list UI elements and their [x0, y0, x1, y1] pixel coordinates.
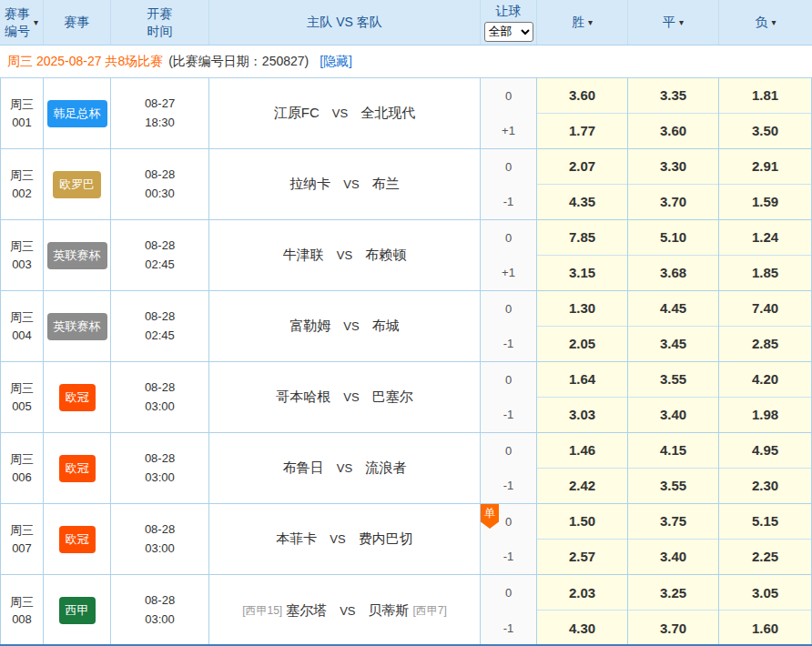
lose-odds-bottom[interactable]: 1.59: [719, 185, 811, 220]
match-time: 03:00: [145, 469, 175, 488]
win-odds-bottom[interactable]: 4.35: [537, 185, 627, 220]
draw-odds-top[interactable]: 3.25: [628, 575, 718, 611]
match-date: 08-28: [145, 449, 175, 469]
draw-odds-bottom[interactable]: 3.70: [628, 611, 718, 646]
vs-label: VS: [332, 106, 348, 120]
lose-odds-top[interactable]: 2.91: [719, 149, 811, 185]
league-cell: 欧冠: [44, 362, 111, 432]
handicap-value-bottom: -1: [481, 540, 536, 575]
league-badge[interactable]: 欧冠: [59, 384, 96, 411]
draw-sort-icon[interactable]: ▾: [679, 17, 684, 27]
match-no-sort-icon[interactable]: ▾: [34, 17, 38, 27]
win-odds-bottom[interactable]: 3.03: [537, 398, 627, 433]
col-header-draw[interactable]: 平 ▾: [628, 0, 719, 45]
lose-odds-bottom[interactable]: 2.85: [719, 327, 811, 362]
win-odds-bottom[interactable]: 1.77: [537, 114, 627, 149]
match-time: 03:00: [145, 611, 175, 630]
lose-odds-bottom[interactable]: 2.25: [719, 540, 811, 575]
draw-odds-bottom[interactable]: 3.40: [628, 540, 718, 575]
win-odds-top[interactable]: 2.03: [537, 575, 627, 611]
teams-cell[interactable]: 本菲卡VS费内巴切: [209, 504, 481, 574]
lose-odds-bottom[interactable]: 1.98: [719, 398, 811, 433]
match-day: 周三: [10, 379, 34, 398]
vs-label: VS: [330, 532, 345, 546]
draw-odds-bottom[interactable]: 3.60: [628, 114, 718, 149]
league-badge[interactable]: 西甲: [59, 597, 96, 624]
teams-cell[interactable]: [西甲15]塞尔塔VS贝蒂斯[西甲7]: [209, 575, 481, 646]
match-time: 00:30: [145, 185, 175, 204]
league-cell: 西甲: [44, 575, 111, 646]
lose-odds-top[interactable]: 4.20: [719, 362, 811, 398]
hide-link[interactable]: [隐藏]: [320, 54, 352, 70]
lose-sort-icon[interactable]: ▾: [771, 17, 776, 27]
away-team: 贝蒂斯: [369, 602, 410, 620]
lose-odds-bottom[interactable]: 1.60: [719, 611, 811, 646]
home-team: 布鲁日: [283, 459, 324, 477]
teams-cell[interactable]: 富勒姆VS布城: [209, 291, 481, 361]
start-time-cell: 08-2718:30: [111, 78, 209, 148]
win-odds-top[interactable]: 2.07: [537, 149, 627, 185]
lose-odds-top[interactable]: 1.24: [719, 220, 811, 256]
win-sort-icon[interactable]: ▾: [588, 17, 593, 27]
teams-cell[interactable]: 江原FCVS全北现代: [209, 78, 481, 148]
handicap-filter-select[interactable]: 全部: [484, 22, 533, 42]
win-odds-bottom[interactable]: 4.30: [537, 611, 627, 646]
match-row: 周三005欧冠08-2803:00哥本哈根VS巴塞尔0-11.643.033.5…: [0, 362, 812, 433]
league-badge[interactable]: 欧冠: [59, 455, 96, 482]
col-header-lose[interactable]: 负 ▾: [719, 0, 812, 45]
draw-odds-bottom[interactable]: 3.55: [628, 469, 718, 504]
win-odds-bottom[interactable]: 2.42: [537, 469, 627, 504]
draw-odds-top[interactable]: 4.15: [628, 433, 718, 469]
draw-odds-bottom[interactable]: 3.45: [628, 327, 718, 362]
league-badge[interactable]: 英联赛杯: [47, 313, 107, 340]
draw-odds-top[interactable]: 5.10: [628, 220, 718, 256]
win-odds-top[interactable]: 1.50: [537, 504, 627, 540]
win-odds-top[interactable]: 7.85: [537, 220, 627, 256]
win-odds-bottom[interactable]: 3.15: [537, 256, 627, 291]
draw-odds-top[interactable]: 3.55: [628, 362, 718, 398]
match-date: 08-28: [145, 591, 175, 611]
lose-odds-top[interactable]: 7.40: [719, 291, 811, 327]
league-badge[interactable]: 韩足总杯: [47, 100, 107, 127]
lose-odds-bottom[interactable]: 3.50: [719, 114, 811, 149]
col-header-teams: 主队 VS 客队: [209, 0, 481, 45]
draw-odds-top[interactable]: 3.30: [628, 149, 718, 185]
vs-label: VS: [343, 390, 359, 404]
teams-cell[interactable]: 牛津联VS布赖顿: [209, 220, 481, 290]
start-time-cell: 08-2803:00: [111, 433, 209, 503]
win-odds-top[interactable]: 1.30: [537, 291, 627, 327]
draw-odds-bottom[interactable]: 3.70: [628, 185, 718, 220]
lose-odds-bottom[interactable]: 2.30: [719, 469, 811, 504]
handicap-cell: 0+1: [481, 78, 537, 148]
draw-odds-top[interactable]: 4.45: [628, 291, 718, 327]
draw-odds-top[interactable]: 3.75: [628, 504, 718, 540]
league-badge[interactable]: 欧冠: [59, 526, 96, 553]
win-odds-column: 2.034.30: [537, 575, 628, 646]
league-badge[interactable]: 欧罗巴: [53, 171, 101, 198]
win-odds-top[interactable]: 1.64: [537, 362, 627, 398]
win-odds-top[interactable]: 1.46: [537, 433, 627, 469]
win-odds-bottom[interactable]: 2.05: [537, 327, 627, 362]
win-odds-top[interactable]: 3.60: [537, 78, 627, 114]
win-odds-column: 7.853.15: [537, 220, 628, 290]
teams-cell[interactable]: 布鲁日VS流浪者: [209, 433, 481, 503]
league-badge[interactable]: 英联赛杯: [47, 242, 107, 269]
draw-odds-bottom[interactable]: 3.40: [628, 398, 718, 433]
lose-odds-top[interactable]: 5.15: [719, 504, 811, 540]
match-no: 008: [12, 611, 32, 629]
col-header-win[interactable]: 胜 ▾: [537, 0, 628, 45]
lose-odds-column: 4.201.98: [719, 362, 812, 432]
match-day: 周三: [10, 96, 34, 114]
lose-odds-top[interactable]: 1.81: [719, 78, 811, 114]
lose-odds-bottom[interactable]: 1.85: [719, 256, 811, 291]
lose-odds-top[interactable]: 3.05: [719, 575, 811, 611]
win-odds-column: 1.302.05: [537, 291, 628, 361]
lose-odds-top[interactable]: 4.95: [719, 433, 811, 469]
teams-cell[interactable]: 哥本哈根VS巴塞尔: [209, 362, 481, 432]
col-header-match-no[interactable]: 赛事 编号 ▾: [0, 0, 44, 45]
draw-odds-top[interactable]: 3.35: [628, 78, 718, 114]
win-odds-bottom[interactable]: 2.57: [537, 540, 627, 575]
draw-odds-bottom[interactable]: 3.68: [628, 256, 718, 291]
teams-cell[interactable]: 拉纳卡VS布兰: [209, 149, 481, 219]
draw-odds-column: 3.253.70: [628, 575, 719, 646]
